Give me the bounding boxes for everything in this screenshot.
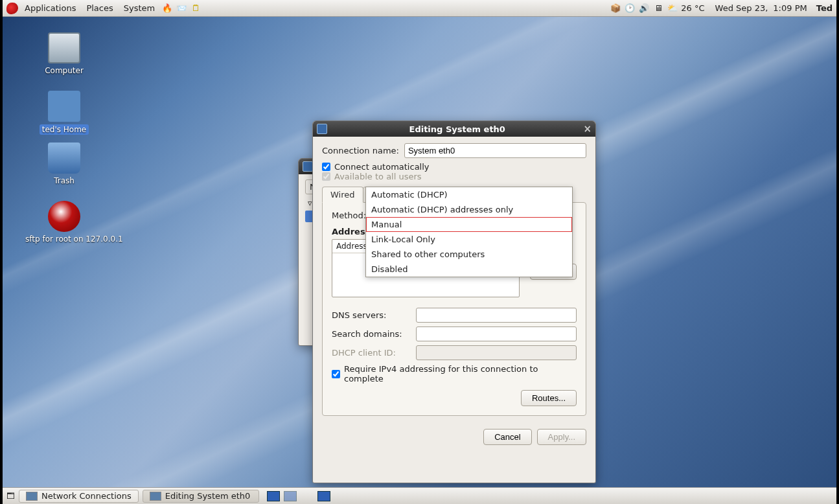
desktop-icon-computer[interactable]: Computer (25, 32, 103, 75)
require-ipv4-checkbox[interactable]: Require IPv4 addressing for this connect… (332, 364, 577, 384)
show-desktop-icon[interactable]: 🗔 (6, 491, 15, 501)
method-option-shared[interactable]: Shared to other computers (366, 247, 572, 262)
method-option-dhcp-addr[interactable]: Automatic (DHCP) addresses only (366, 202, 572, 217)
method-option-manual[interactable]: Manual (366, 217, 572, 232)
top-panel: Applications Places System 🔥 📨 🗒 📦 🕑 🔊 🖥… (3, 0, 836, 17)
checkbox-label: Available to all users (334, 172, 422, 181)
connection-name-input[interactable] (404, 143, 586, 158)
firefox-icon[interactable]: 🔥 (161, 3, 173, 14)
checkbox-label: Require IPv4 addressing for this connect… (344, 364, 577, 384)
desktop-icon-trash[interactable]: Trash (25, 143, 103, 185)
method-option-linklocal[interactable]: Link-Local Only (366, 232, 572, 247)
weather-icon: ⛅ (667, 3, 678, 14)
taskbar-button-editing-eth0[interactable]: Editing System eth0 (143, 490, 259, 503)
cancel-button[interactable]: Cancel (483, 429, 531, 445)
titlebar[interactable]: Editing System eth0 × (313, 121, 595, 137)
checkbox-icon[interactable] (322, 163, 330, 171)
method-dropdown-popup[interactable]: Automatic (DHCP) Automatic (DHCP) addres… (365, 187, 573, 277)
bottom-panel: 🗔 Network Connections Editing System eth… (3, 487, 836, 504)
window-title: Editing System eth0 (331, 124, 583, 134)
tab-wired[interactable]: Wired (322, 187, 363, 203)
notes-icon[interactable]: 🗒 (190, 3, 201, 14)
places-menu[interactable]: Places (82, 3, 117, 13)
trash-icon (48, 143, 80, 174)
window-icon (150, 492, 161, 501)
redhat-icon (6, 3, 18, 14)
checkbox-icon (322, 172, 330, 181)
close-icon[interactable]: × (583, 123, 592, 135)
system-menu[interactable]: System (120, 3, 159, 13)
time-label: 1:09 PM (773, 3, 807, 13)
dhcp-client-id-label: DHCP client ID: (332, 348, 411, 358)
dns-servers-input[interactable] (416, 308, 577, 323)
dhcp-client-id-input (416, 345, 577, 360)
window-icon (303, 161, 313, 172)
desktop-icon-sftp[interactable]: sftp for root on 127.0.0.1 (25, 201, 103, 244)
desktop-icon-label: Computer (45, 66, 84, 75)
routes-button[interactable]: Routes... (521, 390, 577, 406)
method-label: Method: (332, 211, 366, 220)
cpu-monitor-icon[interactable]: 🕑 (624, 3, 636, 14)
checkbox-label: Connect automatically (334, 162, 430, 172)
computer-icon (48, 32, 80, 63)
window-icon (317, 124, 327, 134)
desktop-icon-label: Trash (54, 176, 75, 185)
taskbar-button-label: Network Connections (41, 491, 132, 501)
redhat-ball-icon (48, 201, 80, 232)
search-domains-label: Search domains: (332, 329, 411, 339)
edit-connection-window: Editing System eth0 × Connection name: C… (312, 120, 596, 483)
temperature-label: 26 °C (681, 3, 704, 13)
desktop-icon-label: sftp for root on 127.0.0.1 (25, 235, 123, 244)
volume-icon[interactable]: 🔊 (638, 3, 650, 14)
available-all-users-checkbox: Available to all users (322, 172, 586, 181)
checkbox-icon[interactable] (332, 370, 340, 378)
window-icon (26, 492, 38, 501)
taskbar-button-label: Editing System eth0 (165, 491, 251, 501)
method-option-disabled[interactable]: Disabled (366, 262, 572, 277)
package-updates-icon[interactable]: 📦 (610, 3, 621, 14)
taskbar-button-network-connections[interactable]: Network Connections (19, 490, 139, 503)
network-manager-icon[interactable]: 🖥 (652, 3, 664, 14)
dns-servers-label: DNS servers: (332, 310, 411, 320)
user-menu[interactable]: Ted (816, 3, 833, 13)
tray-icon[interactable] (317, 491, 330, 501)
desktop-icon-home[interactable]: ted's Home (25, 91, 103, 135)
mail-icon[interactable]: 📨 (176, 3, 187, 14)
workspace-switcher-1[interactable] (267, 491, 280, 501)
date-label: Wed Sep 23, (715, 3, 768, 13)
applications-menu[interactable]: Applications (21, 3, 80, 13)
connect-automatically-checkbox[interactable]: Connect automatically (322, 162, 586, 172)
home-folder-icon (48, 91, 80, 122)
method-option-dhcp[interactable]: Automatic (DHCP) (366, 187, 572, 202)
workspace-switcher-2[interactable] (284, 491, 297, 501)
connection-name-label: Connection name: (322, 146, 399, 155)
desktop-icon-label: ted's Home (40, 124, 89, 135)
apply-button: Apply... (537, 429, 586, 445)
search-domains-input[interactable] (416, 326, 577, 341)
